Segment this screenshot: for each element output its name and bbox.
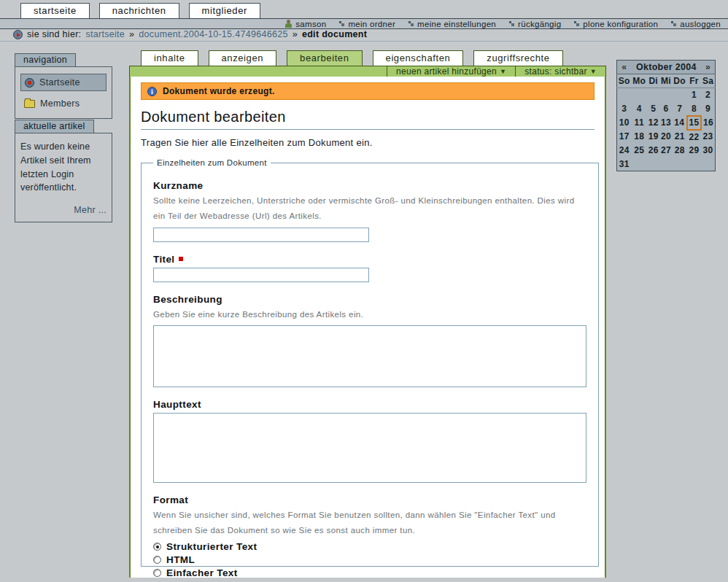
tab-bearbeiten[interactable]: bearbeiten	[287, 50, 362, 66]
titel-field[interactable]	[153, 268, 369, 282]
chevron-down-icon: ▼	[590, 68, 597, 75]
undo-label: rückgängig	[518, 20, 561, 28]
calendar-prev-button[interactable]: «	[617, 61, 632, 74]
plone-setup-label: plone konfiguration	[583, 20, 658, 28]
beschreibung-help: Geben Sie eine kurze Beschreibung des Ar…	[153, 307, 586, 322]
breadcrumb-current: edit document	[302, 29, 367, 39]
radio-icon	[153, 556, 161, 564]
add-item-menu[interactable]: neuen artikel hinzufügen ▼	[387, 66, 515, 77]
link-bullet-icon	[574, 20, 580, 27]
site-icon	[25, 78, 34, 88]
my-preferences-link[interactable]: meine einstellungen	[408, 20, 496, 28]
tab-anzeigen[interactable]: anzeigen	[209, 50, 277, 66]
chevron-down-icon: ▼	[500, 68, 506, 75]
format-radio-plain[interactable]: Einfacher Text	[153, 567, 586, 578]
link-bullet-icon	[339, 20, 345, 27]
user-name: samson	[295, 20, 326, 28]
document-fieldset: Einzelheiten zum Dokument Kurzname Sollt…	[141, 158, 599, 567]
navigation-portlet-header[interactable]: navigation	[15, 53, 76, 67]
undo-link[interactable]: rückgängig	[509, 20, 561, 28]
radio-icon	[153, 543, 161, 551]
sidebar-item-members[interactable]: Members	[20, 96, 107, 112]
user-icon	[284, 20, 293, 28]
sidebar-item-label: Members	[40, 98, 80, 109]
add-item-label: neuen artikel hinzufügen	[396, 66, 497, 77]
beschreibung-label: Beschreibung	[153, 294, 586, 305]
status-message: Dokument wurde erzeugt.	[141, 82, 595, 100]
page-title: Dokument bearbeiten	[141, 109, 595, 130]
breadcrumb-divider	[0, 41, 728, 42]
more-link[interactable]: Mehr ...	[20, 205, 107, 215]
workflow-status-label: status: sichtbar	[524, 66, 587, 77]
beschreibung-field[interactable]	[153, 325, 586, 387]
breadcrumb: sie sind hier: startseite » document.200…	[13, 29, 367, 39]
format-label: Format	[153, 494, 586, 505]
site-tab-startseite[interactable]: startseite	[20, 3, 90, 18]
format-help: Wenn Sie unsicher sind, welches Format S…	[153, 508, 586, 539]
calendar-week: 10 11 12 13 14 15 16	[617, 116, 716, 130]
haupttext-field[interactable]	[153, 413, 586, 483]
workflow-status-menu[interactable]: status: sichtbar ▼	[515, 66, 605, 77]
navigation-portlet: navigation Startseite Members	[15, 53, 112, 119]
plone-setup-link[interactable]: plone konfiguration	[574, 20, 658, 28]
sidebar-item-startseite[interactable]: Startseite	[20, 74, 107, 91]
calendar-next-button[interactable]: »	[701, 61, 715, 74]
my-folder-link[interactable]: mein ordner	[339, 20, 395, 28]
required-marker	[179, 257, 183, 261]
calendar-month-title: Oktober 2004	[631, 61, 701, 74]
logout-label: ausloggen	[680, 20, 721, 28]
breadcrumb-separator: »	[129, 29, 134, 39]
breadcrumb-separator: »	[293, 29, 298, 39]
breadcrumb-icon	[13, 30, 23, 39]
radio-icon	[153, 569, 161, 577]
recent-portlet: aktuelle artikel Es wurden keine Artikel…	[15, 119, 112, 222]
plone-page: startseite nachrichten mitglieder samson…	[0, 0, 728, 582]
fieldset-legend: Einzelheiten zum Dokument	[153, 158, 271, 167]
site-tab-mitglieder[interactable]: mitglieder	[189, 3, 260, 18]
site-tab-nachrichten[interactable]: nachrichten	[99, 3, 179, 18]
main-content: Dokument wurde erzeugt. Dokument bearbei…	[129, 77, 606, 578]
calendar-week: 3 4 5 6 7 8 9	[617, 102, 716, 116]
navigation-portlet-body: Startseite Members	[15, 66, 112, 119]
calendar-today: 15	[687, 116, 701, 130]
logout-link[interactable]: ausloggen	[671, 20, 721, 28]
titel-label: Titel	[153, 254, 586, 265]
my-preferences-label: meine einstellungen	[417, 20, 496, 28]
content-tabs: inhalte anzeigen bearbeiten eigenschafte…	[141, 50, 563, 66]
link-bullet-icon	[671, 20, 677, 27]
recent-empty-text: Es wurden keine Artikel seit Ihrem letzt…	[20, 140, 107, 195]
kurzname-help: Sollte keine Leerzeichen, Unterstriche o…	[153, 193, 586, 225]
format-radio-structured[interactable]: Strukturierter Text	[153, 541, 586, 552]
link-bullet-icon	[408, 20, 414, 27]
kurzname-label: Kurzname	[153, 180, 586, 191]
breadcrumb-document-link[interactable]: document.2004-10-15.4749646625	[139, 29, 287, 39]
format-radio-html[interactable]: HTML	[153, 554, 586, 565]
sidebar-item-label: Startseite	[39, 77, 80, 88]
calendar-weekday-row: So Mo Di Mi Do Fr Sa	[617, 74, 716, 88]
folder-icon	[24, 100, 35, 108]
tab-eigenschaften[interactable]: eigenschaften	[373, 50, 464, 66]
site-tabs: startseite nachrichten mitglieder	[20, 3, 260, 18]
breadcrumb-prefix: sie sind hier:	[27, 29, 81, 39]
calendar-week: 31	[617, 158, 716, 171]
link-bullet-icon	[509, 20, 515, 27]
recent-portlet-header[interactable]: aktuelle artikel	[15, 120, 94, 133]
calendar-week: 24 25 26 27 28 29 30	[617, 144, 716, 158]
calendar-week: 1 2	[617, 88, 716, 102]
info-icon	[147, 87, 157, 96]
my-folder-label: mein ordner	[348, 20, 395, 28]
haupttext-label: Haupttext	[153, 399, 586, 410]
calendar-portlet: « Oktober 2004 » So Mo Di Mi Do Fr Sa 1 …	[616, 60, 716, 171]
personal-bar: samson mein ordner meine einstellungen r…	[0, 18, 728, 29]
tab-zugriffsrechte[interactable]: zugriffsrechte	[473, 50, 562, 66]
calendar-week: 17 18 19 20 21 22 23	[617, 130, 716, 144]
kurzname-field[interactable]	[153, 228, 369, 242]
user-menu[interactable]: samson	[284, 20, 326, 28]
tab-inhalte[interactable]: inhalte	[141, 50, 198, 66]
content-action-bar: neuen artikel hinzufügen ▼ status: sicht…	[129, 66, 606, 77]
status-message-text: Dokument wurde erzeugt.	[163, 86, 275, 96]
recent-portlet-body: Es wurden keine Artikel seit Ihrem letzt…	[15, 133, 112, 222]
breadcrumb-home-link[interactable]: startseite	[85, 29, 125, 39]
page-description: Tragen Sie hier alle Einzelheiten zum Do…	[141, 137, 595, 148]
